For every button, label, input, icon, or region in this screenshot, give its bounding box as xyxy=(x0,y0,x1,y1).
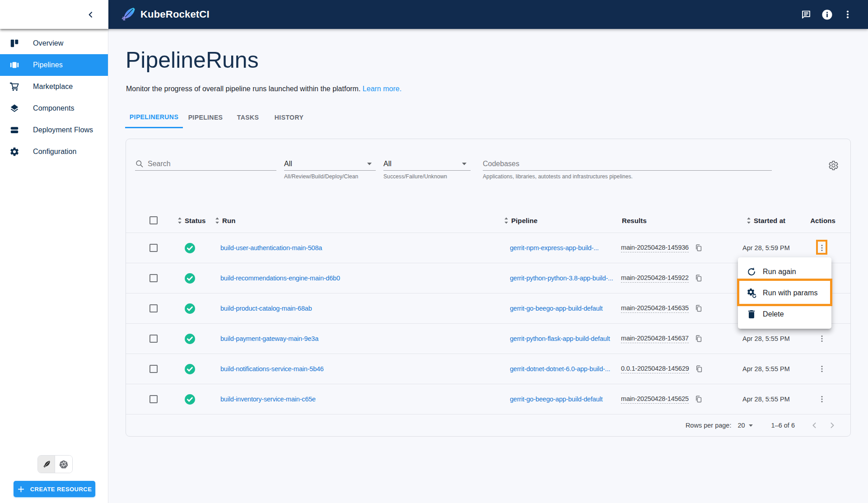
sidebar-item-overview[interactable]: Overview xyxy=(0,33,108,54)
pipeline-link[interactable]: gerrit-go-beego-app-build-default xyxy=(510,305,602,312)
pipeline-link[interactable]: gerrit-dotnet-dotnet-6.0-app-build-... xyxy=(510,365,610,373)
sidebar-item-configuration[interactable]: Configuration xyxy=(0,141,108,163)
status-success-icon xyxy=(184,363,196,375)
row-actions-button[interactable] xyxy=(815,332,829,345)
column-header-pipeline[interactable]: Pipeline xyxy=(499,217,610,224)
row-checkbox[interactable] xyxy=(149,365,158,373)
sidebar-item-pipelines[interactable]: Pipelines xyxy=(0,54,108,76)
sidebar-collapse-button[interactable] xyxy=(84,9,96,20)
row-actions-kebab-icon xyxy=(817,334,826,343)
pipeline-status-select[interactable]: All xyxy=(383,157,471,171)
row-checkbox[interactable] xyxy=(149,274,158,282)
dropdown-arrow-icon xyxy=(748,424,753,427)
column-header-run[interactable]: Run xyxy=(209,217,499,224)
pipeline-link[interactable]: gerrit-go-beego-app-build-default xyxy=(510,396,602,403)
menu-item-run-again[interactable]: Run again xyxy=(738,261,831,282)
settings-gear-icon xyxy=(828,160,839,171)
pipeline-link[interactable]: gerrit-python-flask-app-build-default xyxy=(510,335,610,342)
pipeline-link[interactable]: gerrit-npm-express-app-build-... xyxy=(510,244,599,252)
success-status-icon xyxy=(184,363,196,375)
tab-history[interactable]: HISTORY xyxy=(268,107,310,128)
sidebar-item-deployment-flows[interactable]: Deployment Flows xyxy=(0,119,108,141)
kubernetes-icon xyxy=(59,459,69,469)
status-success-icon xyxy=(184,242,196,254)
run-with-params-icon xyxy=(746,288,757,298)
result-link[interactable]: main-20250428-145625 xyxy=(621,395,689,404)
copy-result-button[interactable] xyxy=(695,395,703,403)
run-link[interactable]: build-recommendations-engine-main-d6b0 xyxy=(220,275,340,282)
appbar-actions xyxy=(796,0,858,29)
copy-result-button[interactable] xyxy=(695,365,703,373)
chevron-right-icon xyxy=(827,420,837,430)
learn-more-link[interactable]: Learn more. xyxy=(363,85,401,93)
rocket-logo-icon xyxy=(120,6,136,23)
copy-result-button[interactable] xyxy=(695,304,703,312)
run-again-icon xyxy=(746,266,757,277)
create-resource-button[interactable]: CREATE RESOURCE xyxy=(14,481,95,497)
feedback-chat-button[interactable] xyxy=(796,4,817,25)
row-actions-button[interactable] xyxy=(815,392,829,406)
run-link[interactable]: build-inventory-service-main-c65e xyxy=(220,396,316,403)
copy-result-button[interactable] xyxy=(695,274,703,282)
marketplace-icon xyxy=(9,82,19,92)
appbar-more-button[interactable] xyxy=(837,4,858,25)
row-actions-kebab-icon xyxy=(817,395,826,404)
copy-result-button[interactable] xyxy=(695,335,703,343)
info-button[interactable] xyxy=(817,4,837,25)
run-link[interactable]: build-payment-gateway-main-9e3a xyxy=(220,335,318,342)
sidebar-item-components[interactable]: Components xyxy=(0,98,108,119)
copy-result-button[interactable] xyxy=(695,244,703,252)
menu-item-run-with-params[interactable]: Run with params xyxy=(738,282,831,303)
kuberocketci-view-toggle[interactable] xyxy=(38,456,55,473)
row-checkbox[interactable] xyxy=(149,244,158,252)
pipeline-link[interactable]: gerrit-python-python-3.8-app-build-... xyxy=(510,275,613,282)
started-at-value: Apr 28, 5:55 PM xyxy=(742,396,790,403)
kubernetes-view-toggle[interactable] xyxy=(55,456,72,473)
row-actions-button[interactable] xyxy=(815,362,829,376)
search-input[interactable]: Search xyxy=(135,157,276,171)
row-actions-kebab-icon xyxy=(817,243,826,252)
codebases-placeholder: Codebases xyxy=(483,160,519,168)
result-link[interactable]: main-20250428-145936 xyxy=(621,244,689,252)
column-header-status[interactable]: Status xyxy=(164,217,209,224)
row-checkbox[interactable] xyxy=(149,304,158,312)
result-link[interactable]: main-20250428-145637 xyxy=(621,335,689,343)
create-resource-label: CREATE RESOURCE xyxy=(30,486,92,493)
rocket-view-icon xyxy=(42,460,51,469)
pipeline-status-helper: Success/Failure/Unknown xyxy=(383,173,447,180)
status-success-icon xyxy=(184,333,196,345)
table-settings-button[interactable] xyxy=(827,159,840,172)
tab-pipelineruns[interactable]: PIPELINERUNS xyxy=(125,107,183,128)
result-link[interactable]: main-20250428-145635 xyxy=(621,304,689,313)
copy-icon xyxy=(695,304,703,312)
row-checkbox[interactable] xyxy=(149,395,158,403)
select-all-checkbox[interactable] xyxy=(149,216,158,224)
run-link[interactable]: build-product-catalog-main-68ab xyxy=(220,305,312,312)
column-header-started-at[interactable]: Started at xyxy=(730,217,802,224)
copy-icon xyxy=(695,274,703,282)
result-link[interactable]: main-20250428-145922 xyxy=(621,274,689,283)
sort-icon xyxy=(747,217,751,224)
kebab-menu-icon xyxy=(842,9,853,20)
table-row: build-notifications-service-main-5b46ger… xyxy=(126,354,850,384)
result-link[interactable]: 0.0.1-20250428-145629 xyxy=(621,365,689,373)
row-actions-button[interactable] xyxy=(815,241,829,255)
app-bar: KubeRocketCI xyxy=(0,0,868,29)
rows-per-page-select[interactable]: 20 xyxy=(737,422,753,429)
previous-page-button[interactable] xyxy=(807,418,822,433)
status-success-icon xyxy=(184,303,196,314)
tab-pipelines[interactable]: PIPELINES xyxy=(183,107,228,128)
next-page-button[interactable] xyxy=(825,418,840,433)
pipeline-type-select[interactable]: All xyxy=(284,157,376,171)
run-link[interactable]: build-user-authentication-main-508a xyxy=(220,244,322,252)
codebases-input[interactable]: Codebases xyxy=(483,157,772,171)
tab-tasks[interactable]: TASKS xyxy=(228,107,268,128)
run-link[interactable]: build-notifications-service-main-5b46 xyxy=(220,365,324,373)
page-description-text: Monitor the progress of overall pipeline… xyxy=(126,85,360,93)
row-checkbox[interactable] xyxy=(149,335,158,343)
started-at-value: Apr 28, 5:59 PM xyxy=(742,244,790,252)
app-logo[interactable]: KubeRocketCI xyxy=(120,6,210,23)
menu-item-delete[interactable]: Delete xyxy=(738,303,831,325)
sidebar-item-marketplace[interactable]: Marketplace xyxy=(0,76,108,98)
chevron-left-icon xyxy=(809,420,819,430)
